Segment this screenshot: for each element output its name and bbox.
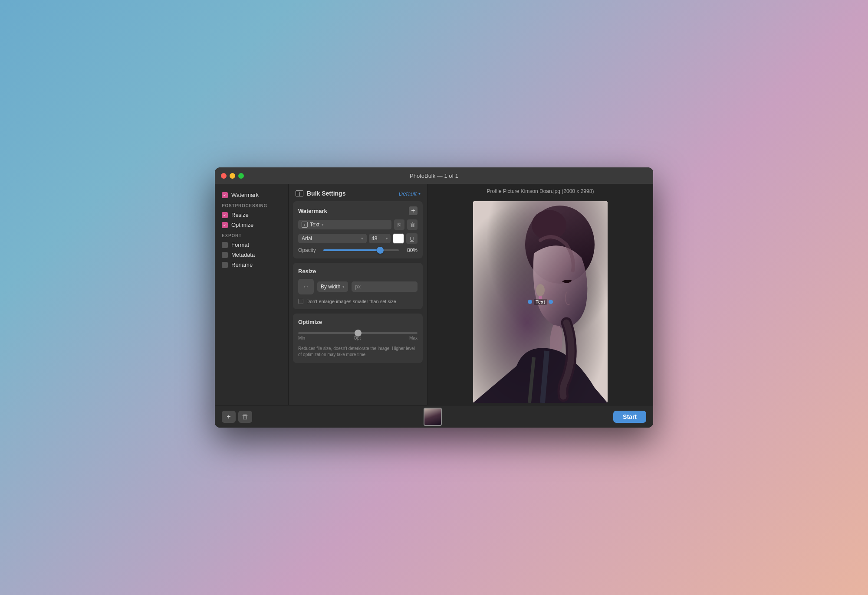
thumbnail-strip [424, 408, 442, 426]
optimize-slider-area: Min Opt Max [298, 330, 418, 343]
sidebar: Watermark POSTPROCESSING Resize Optimize… [215, 184, 289, 405]
resize-checkbox[interactable] [222, 212, 228, 218]
resize-section-header: Resize [298, 268, 418, 275]
sidebar-item-watermark[interactable]: Watermark [215, 190, 288, 200]
thumbnail-item[interactable] [424, 408, 442, 426]
optimize-section-header: Optimize [298, 319, 418, 325]
bulk-settings-header: Bulk Settings Default ▾ [289, 184, 427, 201]
resize-px-input[interactable]: px [352, 281, 418, 292]
maximize-button[interactable] [238, 173, 244, 179]
postprocessing-section-label: POSTPROCESSING [215, 200, 288, 210]
watermark-section-header: Watermark + [298, 206, 418, 215]
optimize-section-title: Optimize [298, 319, 322, 325]
resize-label: Resize [231, 212, 249, 218]
resize-mode-select[interactable]: By width ▾ [317, 281, 348, 292]
watermark-handle-right[interactable] [549, 300, 553, 304]
optimize-section: Optimize Min Opt Max Reduces file size, … [293, 314, 423, 363]
opacity-label: Opacity [298, 247, 320, 253]
watermark-handle-left[interactable] [528, 300, 532, 304]
resize-section-title: Resize [298, 268, 316, 275]
opacity-slider[interactable] [323, 249, 399, 251]
type-arrow-icon: ▾ [322, 222, 324, 227]
type-label: Text [310, 222, 319, 228]
optimize-thumb[interactable] [355, 330, 362, 337]
export-section-label: EXPORT [215, 230, 288, 240]
image-container: Text [427, 199, 653, 405]
default-dropdown[interactable]: Default ▾ [399, 190, 420, 197]
resize-mode-arrow-icon: ▾ [342, 284, 345, 289]
watermark-type-select[interactable]: T Text ▾ [298, 220, 391, 229]
font-arrow-icon: ▾ [361, 236, 363, 241]
middle-panel: Bulk Settings Default ▾ Watermark + [289, 184, 427, 405]
bottom-bar: + 🗑 Start [215, 405, 653, 428]
opacity-thumb[interactable] [377, 247, 384, 254]
optimize-description: Reduces file size, doesn't deteriorate t… [298, 346, 418, 358]
resize-controls-row: ↔ By width ▾ px [298, 279, 418, 294]
rename-checkbox[interactable] [222, 262, 228, 268]
watermark-checkbox[interactable] [222, 192, 228, 198]
window-title: PhotoBulk — 1 of 1 [410, 173, 458, 179]
photo-background: Text [473, 201, 608, 403]
no-enlarge-checkbox[interactable] [298, 299, 303, 304]
bottom-left-buttons: + 🗑 [222, 411, 252, 423]
image-filename: Profile Picture Kimson Doan.jpg (2000 x … [427, 184, 653, 199]
delete-watermark-button[interactable]: 🗑 [407, 219, 418, 230]
font-row: Arial ▾ 48 ▾ U [298, 233, 418, 244]
no-enlarge-row: Don't enlarge images smaller than set si… [298, 299, 418, 304]
sidebar-item-resize[interactable]: Resize [215, 210, 288, 220]
format-label: Format [231, 242, 249, 248]
bulk-settings-title: Bulk Settings [296, 190, 345, 197]
panel-icon [296, 190, 303, 196]
add-watermark-button[interactable]: + [409, 206, 418, 215]
sidebar-item-optimize[interactable]: Optimize [215, 220, 288, 230]
format-checkbox[interactable] [222, 242, 228, 248]
main-area: Watermark POSTPROCESSING Resize Optimize… [215, 184, 653, 405]
default-label: Default [399, 190, 417, 197]
start-button[interactable]: Start [613, 411, 646, 423]
add-image-button[interactable]: + [222, 411, 236, 423]
size-label: 48 [372, 235, 377, 242]
max-tick-label: Max [409, 336, 418, 340]
watermark-section: Watermark + T Text ▾ ⎘ 🗑 [293, 201, 423, 258]
watermark-type-row: T Text ▾ ⎘ 🗑 [298, 219, 418, 230]
font-label: Arial [302, 235, 312, 242]
min-tick-label: Min [298, 336, 305, 340]
optimize-label: Optimize [231, 222, 253, 228]
titlebar: PhotoBulk — 1 of 1 [215, 167, 653, 184]
size-select[interactable]: 48 ▾ [369, 234, 391, 243]
metadata-label: Metadata [231, 252, 255, 258]
text-type-icon: T [302, 222, 308, 228]
sidebar-item-rename[interactable]: Rename [215, 260, 288, 270]
metadata-checkbox[interactable] [222, 252, 228, 258]
photo-preview: Text [473, 201, 608, 403]
watermark-overlay[interactable]: Text [528, 299, 553, 305]
close-button[interactable] [221, 173, 227, 179]
delete-image-button[interactable]: 🗑 [238, 411, 252, 423]
no-enlarge-label: Don't enlarge images smaller than set si… [306, 299, 396, 304]
watermark-label: Watermark [231, 192, 259, 198]
size-arrow-icon: ▾ [386, 236, 388, 241]
underline-button[interactable]: U [406, 233, 418, 244]
sidebar-item-metadata[interactable]: Metadata [215, 250, 288, 260]
watermark-text: Text [534, 299, 547, 305]
watermark-section-title: Watermark [298, 208, 327, 214]
optimize-slider[interactable] [298, 332, 418, 334]
opacity-value: 80% [402, 247, 418, 253]
optimize-checkbox[interactable] [222, 222, 228, 228]
rename-label: Rename [231, 262, 253, 268]
px-placeholder: px [355, 284, 361, 290]
minimize-button[interactable] [230, 173, 235, 179]
opacity-row: Opacity 80% [298, 247, 418, 253]
color-swatch[interactable] [393, 233, 404, 244]
resize-section: Resize ↔ By width ▾ px Do [293, 263, 423, 309]
panel-scroll: Watermark + T Text ▾ ⎘ 🗑 [289, 201, 427, 405]
sidebar-item-format[interactable]: Format [215, 240, 288, 250]
app-window: PhotoBulk — 1 of 1 Watermark POSTPROCESS… [215, 167, 653, 428]
svg-point-5 [536, 284, 545, 296]
resize-arrows-icon: ↔ [298, 279, 314, 294]
right-panel: Profile Picture Kimson Doan.jpg (2000 x … [427, 184, 653, 405]
font-select[interactable]: Arial ▾ [298, 234, 367, 243]
copy-watermark-button[interactable]: ⎘ [394, 219, 404, 230]
bulk-settings-label: Bulk Settings [307, 190, 345, 197]
by-width-label: By width [321, 284, 340, 290]
